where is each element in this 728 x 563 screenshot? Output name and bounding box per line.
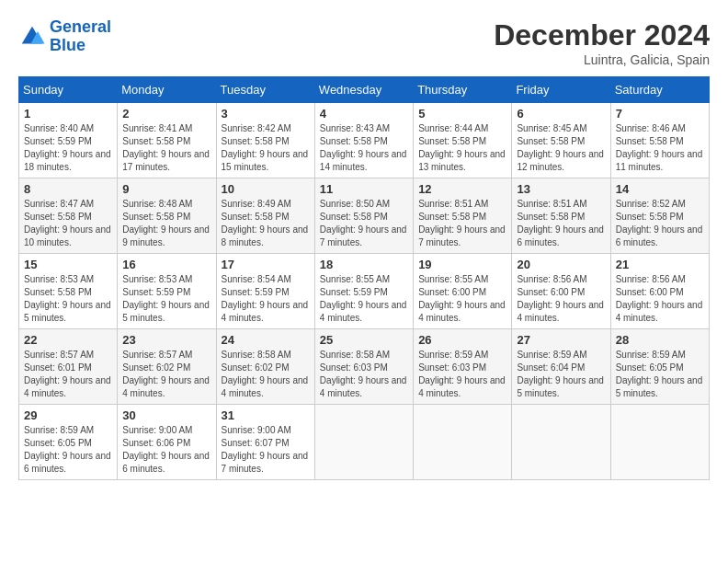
calendar-cell: 29Sunrise: 8:59 AMSunset: 6:05 PMDayligh… bbox=[19, 405, 118, 480]
calendar: SundayMondayTuesdayWednesdayThursdayFrid… bbox=[18, 76, 710, 480]
calendar-cell: 12Sunrise: 8:51 AMSunset: 5:58 PMDayligh… bbox=[414, 178, 512, 254]
day-number: 31 bbox=[222, 408, 310, 422]
weekday-header-cell: Wednesday bbox=[314, 77, 413, 103]
calendar-cell: 23Sunrise: 8:57 AMSunset: 6:02 PMDayligh… bbox=[118, 329, 216, 405]
day-number: 9 bbox=[122, 182, 210, 196]
day-info: Sunrise: 8:40 AMSunset: 5:59 PMDaylight:… bbox=[24, 122, 112, 174]
calendar-week-row: 22Sunrise: 8:57 AMSunset: 6:01 PMDayligh… bbox=[19, 329, 710, 405]
day-info: Sunrise: 8:57 AMSunset: 6:02 PMDaylight:… bbox=[122, 349, 210, 400]
calendar-cell: 28Sunrise: 8:59 AMSunset: 6:05 PMDayligh… bbox=[610, 329, 709, 405]
calendar-cell: 25Sunrise: 8:58 AMSunset: 6:03 PMDayligh… bbox=[314, 329, 413, 405]
day-info: Sunrise: 9:00 AMSunset: 6:06 PMDaylight:… bbox=[122, 424, 210, 476]
weekday-header-cell: Thursday bbox=[414, 77, 512, 103]
day-number: 23 bbox=[122, 333, 210, 347]
day-number: 2 bbox=[122, 107, 210, 121]
calendar-cell: 24Sunrise: 8:58 AMSunset: 6:02 PMDayligh… bbox=[216, 329, 314, 405]
calendar-cell: 16Sunrise: 8:53 AMSunset: 5:59 PMDayligh… bbox=[118, 254, 216, 329]
day-info: Sunrise: 8:59 AMSunset: 6:05 PMDaylight:… bbox=[24, 424, 112, 476]
page-header: General Blue December 2024 Luintra, Gali… bbox=[18, 18, 710, 67]
day-info: Sunrise: 8:57 AMSunset: 6:01 PMDaylight:… bbox=[24, 349, 112, 400]
day-number: 21 bbox=[616, 258, 704, 271]
day-info: Sunrise: 8:59 AMSunset: 6:03 PMDaylight:… bbox=[418, 349, 506, 400]
day-number: 17 bbox=[222, 258, 310, 271]
day-info: Sunrise: 8:41 AMSunset: 5:58 PMDaylight:… bbox=[122, 122, 210, 174]
calendar-cell bbox=[314, 405, 413, 480]
day-info: Sunrise: 8:52 AMSunset: 5:58 PMDaylight:… bbox=[616, 198, 704, 249]
day-number: 25 bbox=[320, 333, 408, 347]
logo: General Blue bbox=[18, 18, 111, 55]
day-number: 5 bbox=[418, 107, 506, 121]
day-info: Sunrise: 8:59 AMSunset: 6:05 PMDaylight:… bbox=[616, 349, 704, 400]
weekday-header-cell: Monday bbox=[118, 77, 216, 103]
calendar-cell: 19Sunrise: 8:55 AMSunset: 6:00 PMDayligh… bbox=[414, 254, 512, 329]
day-number: 13 bbox=[517, 182, 605, 196]
calendar-body: 1Sunrise: 8:40 AMSunset: 5:59 PMDaylight… bbox=[19, 103, 710, 480]
month-title: December 2024 bbox=[494, 18, 710, 52]
day-number: 10 bbox=[222, 182, 310, 196]
day-info: Sunrise: 8:53 AMSunset: 5:58 PMDaylight:… bbox=[24, 273, 112, 325]
calendar-cell: 11Sunrise: 8:50 AMSunset: 5:58 PMDayligh… bbox=[314, 178, 413, 254]
day-info: Sunrise: 8:56 AMSunset: 6:00 PMDaylight:… bbox=[517, 273, 605, 325]
day-number: 18 bbox=[320, 258, 408, 271]
day-info: Sunrise: 8:55 AMSunset: 6:00 PMDaylight:… bbox=[418, 273, 506, 325]
calendar-cell: 31Sunrise: 9:00 AMSunset: 6:07 PMDayligh… bbox=[216, 405, 314, 480]
weekday-header-cell: Friday bbox=[512, 77, 610, 103]
calendar-cell: 30Sunrise: 9:00 AMSunset: 6:06 PMDayligh… bbox=[118, 405, 216, 480]
day-info: Sunrise: 9:00 AMSunset: 6:07 PMDaylight:… bbox=[222, 424, 310, 476]
day-number: 15 bbox=[24, 258, 112, 271]
calendar-week-row: 8Sunrise: 8:47 AMSunset: 5:58 PMDaylight… bbox=[19, 178, 710, 254]
day-info: Sunrise: 8:54 AMSunset: 5:59 PMDaylight:… bbox=[222, 273, 310, 325]
calendar-cell: 17Sunrise: 8:54 AMSunset: 5:59 PMDayligh… bbox=[216, 254, 314, 329]
day-number: 27 bbox=[517, 333, 605, 347]
day-number: 14 bbox=[616, 182, 704, 196]
day-info: Sunrise: 8:53 AMSunset: 5:59 PMDaylight:… bbox=[122, 273, 210, 325]
day-number: 26 bbox=[418, 333, 506, 347]
calendar-cell: 14Sunrise: 8:52 AMSunset: 5:58 PMDayligh… bbox=[610, 178, 709, 254]
day-info: Sunrise: 8:51 AMSunset: 5:58 PMDaylight:… bbox=[418, 198, 506, 249]
calendar-cell: 15Sunrise: 8:53 AMSunset: 5:58 PMDayligh… bbox=[19, 254, 118, 329]
calendar-cell: 18Sunrise: 8:55 AMSunset: 5:59 PMDayligh… bbox=[314, 254, 413, 329]
calendar-cell: 13Sunrise: 8:51 AMSunset: 5:58 PMDayligh… bbox=[512, 178, 610, 254]
day-number: 22 bbox=[24, 333, 112, 347]
weekday-header-row: SundayMondayTuesdayWednesdayThursdayFrid… bbox=[19, 77, 710, 103]
location: Luintra, Galicia, Spain bbox=[494, 52, 710, 67]
logo-text: General Blue bbox=[50, 18, 111, 55]
calendar-cell: 4Sunrise: 8:43 AMSunset: 5:58 PMDaylight… bbox=[314, 103, 413, 178]
day-info: Sunrise: 8:46 AMSunset: 5:58 PMDaylight:… bbox=[616, 122, 704, 174]
day-info: Sunrise: 8:58 AMSunset: 6:03 PMDaylight:… bbox=[320, 349, 408, 400]
calendar-cell: 20Sunrise: 8:56 AMSunset: 6:00 PMDayligh… bbox=[512, 254, 610, 329]
calendar-cell bbox=[414, 405, 512, 480]
day-info: Sunrise: 8:49 AMSunset: 5:58 PMDaylight:… bbox=[222, 198, 310, 249]
day-number: 3 bbox=[222, 107, 310, 121]
title-area: December 2024 Luintra, Galicia, Spain bbox=[494, 18, 710, 67]
day-info: Sunrise: 8:50 AMSunset: 5:58 PMDaylight:… bbox=[320, 198, 408, 249]
day-number: 12 bbox=[418, 182, 506, 196]
day-number: 29 bbox=[24, 408, 112, 422]
weekday-header-cell: Saturday bbox=[610, 77, 709, 103]
calendar-cell: 5Sunrise: 8:44 AMSunset: 5:58 PMDaylight… bbox=[414, 103, 512, 178]
logo-icon bbox=[18, 23, 46, 51]
weekday-header-cell: Sunday bbox=[19, 77, 118, 103]
calendar-cell: 21Sunrise: 8:56 AMSunset: 6:00 PMDayligh… bbox=[610, 254, 709, 329]
day-number: 28 bbox=[616, 333, 704, 347]
day-info: Sunrise: 8:56 AMSunset: 6:00 PMDaylight:… bbox=[616, 273, 704, 325]
day-number: 8 bbox=[24, 182, 112, 196]
calendar-cell: 22Sunrise: 8:57 AMSunset: 6:01 PMDayligh… bbox=[19, 329, 118, 405]
calendar-week-row: 1Sunrise: 8:40 AMSunset: 5:59 PMDaylight… bbox=[19, 103, 710, 178]
day-info: Sunrise: 8:55 AMSunset: 5:59 PMDaylight:… bbox=[320, 273, 408, 325]
calendar-cell bbox=[610, 405, 709, 480]
day-number: 16 bbox=[122, 258, 210, 271]
day-info: Sunrise: 8:51 AMSunset: 5:58 PMDaylight:… bbox=[517, 198, 605, 249]
day-info: Sunrise: 8:59 AMSunset: 6:04 PMDaylight:… bbox=[517, 349, 605, 400]
day-info: Sunrise: 8:45 AMSunset: 5:58 PMDaylight:… bbox=[517, 122, 605, 174]
calendar-cell: 10Sunrise: 8:49 AMSunset: 5:58 PMDayligh… bbox=[216, 178, 314, 254]
day-number: 1 bbox=[24, 107, 112, 121]
calendar-cell: 6Sunrise: 8:45 AMSunset: 5:58 PMDaylight… bbox=[512, 103, 610, 178]
calendar-cell: 7Sunrise: 8:46 AMSunset: 5:58 PMDaylight… bbox=[610, 103, 709, 178]
day-info: Sunrise: 8:58 AMSunset: 6:02 PMDaylight:… bbox=[222, 349, 310, 400]
calendar-cell: 9Sunrise: 8:48 AMSunset: 5:58 PMDaylight… bbox=[118, 178, 216, 254]
calendar-cell: 27Sunrise: 8:59 AMSunset: 6:04 PMDayligh… bbox=[512, 329, 610, 405]
calendar-week-row: 29Sunrise: 8:59 AMSunset: 6:05 PMDayligh… bbox=[19, 405, 710, 480]
day-number: 30 bbox=[122, 408, 210, 422]
calendar-cell: 3Sunrise: 8:42 AMSunset: 5:58 PMDaylight… bbox=[216, 103, 314, 178]
